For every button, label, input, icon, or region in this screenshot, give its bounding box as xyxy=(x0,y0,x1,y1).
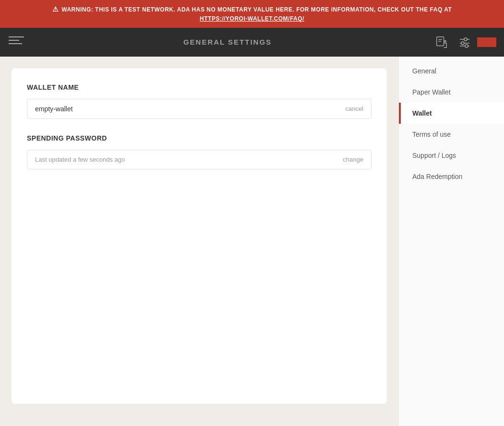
warning-link[interactable]: HTTPS://YOROI-WALLET.COM/FAQ/ xyxy=(8,14,496,24)
warning-icon: ⚠ xyxy=(52,4,59,14)
svg-rect-1 xyxy=(9,40,19,41)
header-title: GENERAL SETTINGS xyxy=(183,38,272,46)
warning-banner: ⚠WARNING: THIS IS A TEST NETWORK. ADA HA… xyxy=(0,0,504,28)
sidebar-item-wallet-label: Wallet xyxy=(412,109,432,117)
warning-text: WARNING: THIS IS A TEST NETWORK. ADA HAS… xyxy=(61,6,452,13)
wallet-name-section: Wallet name cancel xyxy=(27,83,372,119)
sidebar-item-ada-redemption-label: Ada Redemption xyxy=(412,173,462,180)
main-layout: Wallet name cancel Spending password Las… xyxy=(0,57,504,426)
wallet-name-cancel-button[interactable]: cancel xyxy=(337,99,371,118)
sidebar-item-paper-wallet[interactable]: Paper Wallet xyxy=(399,82,504,103)
wallet-name-input[interactable] xyxy=(27,99,337,118)
sidebar-item-paper-wallet-label: Paper Wallet xyxy=(412,88,451,96)
spending-password-status: Last updated a few seconds ago xyxy=(27,150,335,169)
logo-area xyxy=(8,33,25,52)
wallet-name-label: Wallet name xyxy=(27,83,372,91)
sidebar-item-ada-redemption[interactable]: Ada Redemption xyxy=(399,166,504,187)
spending-password-label: Spending password xyxy=(27,134,372,142)
sidebar-item-support-logs-label: Support / Logs xyxy=(412,152,456,159)
header: GENERAL SETTINGS xyxy=(0,28,504,57)
spending-password-change-button[interactable]: change xyxy=(335,150,371,169)
wallet-name-field-wrapper: cancel xyxy=(27,99,372,119)
sidebar: General Paper Wallet Wallet Terms of use… xyxy=(398,57,504,426)
svg-point-9 xyxy=(461,42,464,45)
svg-point-11 xyxy=(465,45,468,47)
sidebar-item-general[interactable]: General xyxy=(399,60,504,82)
settings-card: Wallet name cancel Spending password Las… xyxy=(12,68,387,404)
sidebar-item-general-label: General xyxy=(412,67,436,75)
header-actions xyxy=(430,31,496,53)
sidebar-item-terms-of-use-label: Terms of use xyxy=(412,130,451,138)
sidebar-item-support-logs[interactable]: Support / Logs xyxy=(399,145,504,166)
sidebar-item-wallet[interactable]: Wallet xyxy=(399,103,504,124)
svg-rect-2 xyxy=(9,43,22,44)
top-action-button[interactable] xyxy=(477,37,496,47)
svg-point-7 xyxy=(464,38,467,41)
spending-password-field-wrapper: Last updated a few seconds ago change xyxy=(27,150,372,169)
logo-icon xyxy=(8,33,25,52)
content-area: Wallet name cancel Spending password Las… xyxy=(0,57,398,426)
send-receive-button[interactable] xyxy=(430,31,452,53)
sidebar-item-terms-of-use[interactable]: Terms of use xyxy=(399,124,504,145)
sidebar-nav: General Paper Wallet Wallet Terms of use… xyxy=(399,57,504,191)
svg-rect-0 xyxy=(9,36,24,37)
spending-password-section: Spending password Last updated a few sec… xyxy=(27,134,372,169)
settings-icon-button[interactable] xyxy=(454,32,475,53)
